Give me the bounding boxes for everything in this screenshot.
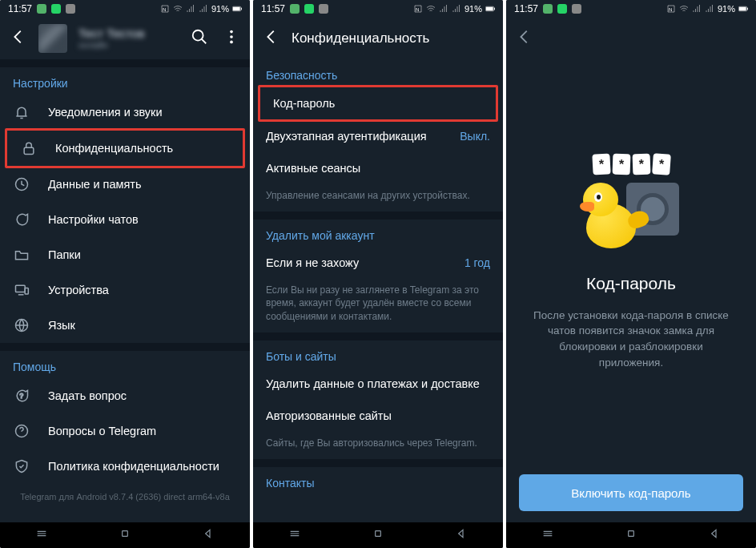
status-bar: 11:57 N 91% bbox=[0, 0, 250, 18]
battery-icon bbox=[232, 4, 242, 14]
svg-rect-3 bbox=[241, 8, 242, 10]
hint-sessions: Управление сеансами на других устройства… bbox=[253, 184, 503, 212]
row-payments[interactable]: Удалить данные о платежах и доставке bbox=[253, 368, 503, 400]
row-ask[interactable]: ? Задать вопрос bbox=[0, 378, 250, 413]
status-time: 11:57 bbox=[514, 3, 538, 14]
avatar[interactable] bbox=[38, 24, 67, 53]
enable-passcode-button[interactable]: Включить код-пароль bbox=[519, 474, 743, 511]
page-title: Конфиденциальность bbox=[292, 30, 493, 46]
status-bar: 11:57 N 91% bbox=[506, 0, 756, 18]
row-value: 1 год bbox=[464, 256, 490, 269]
battery-pct: 91% bbox=[464, 4, 482, 14]
row-label: Активные сеансы bbox=[266, 162, 490, 175]
section-header-delete: Удалить мой аккаунт bbox=[253, 220, 503, 247]
row-label: Удалить данные о платежах и доставке bbox=[266, 377, 490, 390]
nav-home-icon[interactable] bbox=[372, 527, 384, 543]
row-folders[interactable]: Папки bbox=[0, 237, 250, 272]
svg-point-5 bbox=[230, 30, 233, 34]
nav-back-icon[interactable] bbox=[708, 527, 721, 543]
duck-icon bbox=[583, 187, 645, 252]
header bbox=[506, 18, 756, 59]
status-time: 11:57 bbox=[261, 3, 285, 14]
svg-rect-23 bbox=[739, 7, 746, 11]
pin-digit: * bbox=[652, 153, 671, 175]
nav-home-icon[interactable] bbox=[625, 527, 637, 543]
status-app-icon bbox=[543, 4, 553, 14]
wifi-icon bbox=[679, 4, 689, 14]
pin-digit: * bbox=[592, 153, 610, 175]
svg-rect-11 bbox=[25, 288, 28, 295]
hint-auth: Сайты, где Вы авторизовались через Teleg… bbox=[253, 432, 503, 459]
row-privacy[interactable]: Конфиденциальность bbox=[5, 128, 245, 168]
android-navbar bbox=[0, 522, 250, 548]
row-chat-settings[interactable]: Настройки чатов bbox=[0, 202, 250, 237]
row-sessions[interactable]: Активные сеансы bbox=[253, 152, 503, 184]
row-label: Устройства bbox=[48, 284, 237, 296]
svg-rect-19 bbox=[494, 8, 495, 10]
svg-rect-8 bbox=[24, 147, 34, 154]
passcode-intro: * * * * Код-пароль После установки кода-… bbox=[506, 59, 756, 474]
more-icon[interactable] bbox=[223, 28, 240, 49]
battery-icon bbox=[485, 4, 495, 14]
passcode-description: После установки кода-пароля в списке чат… bbox=[527, 308, 735, 370]
svg-rect-2 bbox=[233, 7, 240, 11]
nav-home-icon[interactable] bbox=[119, 527, 131, 543]
row-label: Уведомления и звуки bbox=[48, 106, 237, 119]
user-block[interactable]: Тест Тестов онлайн bbox=[78, 26, 179, 50]
nav-recent-icon[interactable] bbox=[288, 527, 301, 543]
status-app-icon bbox=[304, 4, 314, 14]
back-icon[interactable] bbox=[10, 28, 27, 49]
screen-passcode: 11:57 N 91% * bbox=[506, 0, 756, 548]
hint-delete: Если Вы ни разу не заглянете в Telegram … bbox=[253, 279, 503, 332]
status-app-icon bbox=[66, 4, 75, 14]
row-data[interactable]: Данные и память bbox=[0, 167, 250, 202]
row-label: Код-пароль bbox=[273, 97, 488, 110]
row-away[interactable]: Если я не захожу 1 год bbox=[253, 247, 503, 279]
bell-icon bbox=[13, 104, 30, 120]
row-label: Язык bbox=[48, 319, 237, 332]
row-label: Папки bbox=[48, 248, 237, 261]
nav-recent-icon[interactable] bbox=[35, 527, 48, 543]
row-2fa[interactable]: Двухэтапная аутентификация Выкл. bbox=[253, 120, 503, 152]
svg-point-6 bbox=[230, 35, 233, 38]
svg-rect-10 bbox=[16, 285, 26, 292]
row-label: Политика конфиденциальности bbox=[48, 460, 237, 473]
passcode-title: Код-пароль bbox=[586, 274, 676, 293]
row-policy[interactable]: Политика конфиденциальности bbox=[0, 449, 250, 484]
svg-text:N: N bbox=[669, 7, 672, 12]
nav-back-icon[interactable] bbox=[455, 527, 468, 543]
row-devices[interactable]: Устройства bbox=[0, 272, 250, 308]
pin-digit: * bbox=[613, 153, 631, 175]
android-navbar bbox=[506, 522, 756, 548]
question-chat-icon: ? bbox=[13, 388, 30, 404]
back-icon[interactable] bbox=[263, 28, 280, 49]
row-notifications[interactable]: Уведомления и звуки bbox=[0, 95, 250, 130]
section-header-settings: Настройки bbox=[0, 67, 250, 95]
svg-text:?: ? bbox=[20, 392, 24, 400]
signal-icon bbox=[199, 4, 208, 14]
back-icon[interactable] bbox=[516, 28, 533, 49]
shield-icon bbox=[13, 458, 30, 474]
search-icon[interactable] bbox=[191, 28, 208, 49]
signal-icon bbox=[692, 4, 702, 14]
folder-icon bbox=[13, 247, 30, 263]
battery-pct: 91% bbox=[211, 4, 229, 14]
row-label: Задать вопрос bbox=[48, 389, 237, 402]
signal-icon bbox=[705, 4, 714, 14]
nav-back-icon[interactable] bbox=[202, 527, 215, 543]
nfc-icon: N bbox=[160, 4, 170, 14]
row-faq[interactable]: Вопросы о Telegram bbox=[0, 413, 250, 449]
screen-settings: 11:57 N 91% Тест Тестов онлайн bbox=[0, 0, 250, 548]
user-status: онлайн bbox=[78, 40, 179, 50]
row-passcode[interactable]: Код-пароль bbox=[258, 85, 498, 122]
nav-recent-icon[interactable] bbox=[541, 527, 554, 543]
signal-icon bbox=[439, 4, 448, 14]
battery-pct: 91% bbox=[718, 4, 735, 14]
row-auth-sites[interactable]: Авторизованные сайты bbox=[253, 400, 503, 432]
android-navbar bbox=[253, 522, 503, 548]
row-label: Конфиденциальность bbox=[55, 142, 235, 155]
wifi-icon bbox=[173, 4, 183, 14]
passcode-illustration: * * * * bbox=[575, 147, 687, 260]
nfc-icon: N bbox=[666, 4, 676, 14]
row-language[interactable]: Язык bbox=[0, 308, 250, 343]
